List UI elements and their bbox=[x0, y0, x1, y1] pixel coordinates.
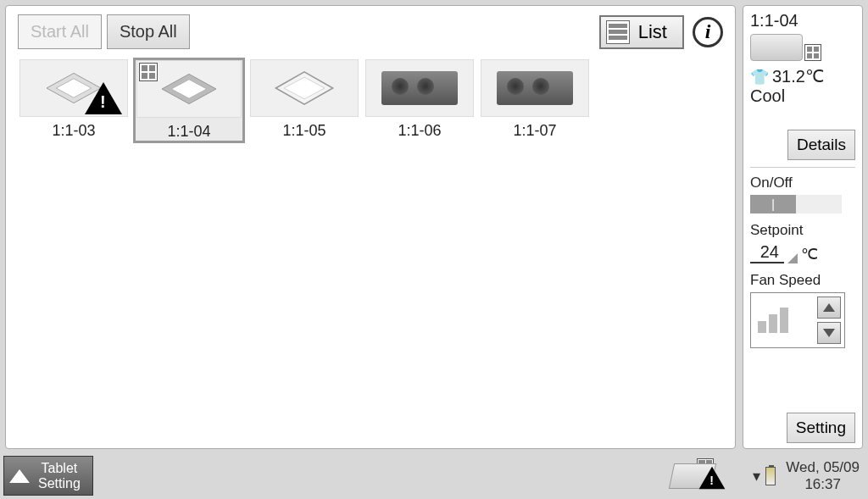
unit-label: 1:1-03 bbox=[19, 122, 128, 140]
setpoint-value: 24 bbox=[750, 242, 784, 263]
unit-label: 1:1-05 bbox=[250, 122, 359, 140]
unit-label: 1:1-04 bbox=[136, 123, 242, 141]
unit-thumb bbox=[250, 59, 359, 117]
unit-tile[interactable]: 1:1-05 bbox=[248, 58, 360, 143]
setpoint-stepper-icon bbox=[787, 253, 798, 263]
duct-icon bbox=[381, 71, 458, 105]
unit-label: 1:1-06 bbox=[365, 122, 474, 140]
setpoint-unit: ℃ bbox=[801, 245, 818, 263]
info-icon[interactable]: i bbox=[693, 17, 723, 47]
fan-speed-control bbox=[750, 292, 845, 348]
onoff-toggle[interactable]: | bbox=[750, 195, 842, 213]
unit-thumb bbox=[365, 59, 474, 117]
fan-speed-label: Fan Speed bbox=[750, 272, 855, 289]
unit-tile[interactable]: 1:1-04 bbox=[133, 58, 245, 143]
unit-label: 1:1-07 bbox=[481, 122, 589, 140]
setpoint-label: Setpoint bbox=[750, 222, 855, 239]
battery-icon bbox=[765, 467, 776, 485]
warning-icon bbox=[85, 82, 122, 114]
chevron-down-icon bbox=[823, 329, 835, 337]
unit-tile[interactable]: 1:1-03 bbox=[18, 58, 130, 143]
setting-button[interactable]: Setting bbox=[787, 413, 855, 443]
tablet-setting-label-1: Tablet bbox=[38, 461, 81, 476]
detail-panel: 1:1-04 👕31.2℃ Cool Details On/Off | Setp… bbox=[743, 5, 863, 449]
datetime: Wed, 05/09 16:37 bbox=[786, 459, 860, 492]
grid-badge-icon bbox=[139, 63, 158, 81]
start-all-button[interactable]: Start All bbox=[18, 14, 102, 49]
grid-badge-icon bbox=[804, 44, 821, 61]
onoff-label: On/Off bbox=[750, 175, 855, 191]
unit-thumb bbox=[19, 59, 128, 117]
wifi-icon: ▾ bbox=[753, 467, 760, 485]
room-temp-row: 👕31.2℃ bbox=[750, 66, 855, 86]
unit-thumb bbox=[481, 59, 589, 117]
bottom-bar: Tablet Setting ▾ Wed, 05/09 16:37 bbox=[0, 452, 868, 499]
duct-icon bbox=[497, 71, 573, 105]
setpoint-control[interactable]: 24 ℃ bbox=[750, 242, 855, 263]
shirt-icon: 👕 bbox=[750, 69, 769, 86]
cassette-icon bbox=[750, 34, 803, 61]
chevron-up-icon bbox=[823, 303, 835, 312]
toolbar: Start All Stop All List i bbox=[6, 6, 735, 49]
mode-value: Cool bbox=[750, 86, 855, 106]
main-panel: Start All Stop All List i 1:1-031:1-041:… bbox=[5, 5, 736, 449]
unit-tile[interactable]: 1:1-07 bbox=[479, 58, 591, 143]
arrow-up-icon bbox=[9, 469, 30, 483]
fan-speed-up-button[interactable] bbox=[817, 297, 841, 319]
tablet-setting-button[interactable]: Tablet Setting bbox=[3, 456, 93, 496]
time-text: 16:37 bbox=[786, 476, 860, 493]
tablet-setting-label-2: Setting bbox=[38, 476, 81, 491]
unit-grid: 1:1-031:1-041:1-051:1-061:1-07 bbox=[6, 49, 735, 152]
details-button[interactable]: Details bbox=[787, 130, 855, 160]
date-text: Wed, 05/09 bbox=[786, 459, 860, 476]
selected-unit-name: 1:1-04 bbox=[750, 11, 855, 30]
stop-all-button[interactable]: Stop All bbox=[107, 14, 190, 49]
list-icon bbox=[606, 20, 630, 44]
unit-tile[interactable]: 1:1-06 bbox=[364, 58, 476, 143]
fan-speed-down-button[interactable] bbox=[817, 322, 841, 344]
status-alert-icon[interactable] bbox=[671, 458, 731, 494]
selected-unit-thumb bbox=[750, 34, 855, 61]
list-view-label: List bbox=[638, 21, 667, 43]
unit-thumb bbox=[136, 60, 242, 118]
room-temp-value: 31.2℃ bbox=[772, 67, 824, 86]
onoff-thumb: | bbox=[750, 195, 796, 213]
list-view-button[interactable]: List bbox=[599, 15, 684, 49]
fan-bars-icon bbox=[758, 308, 788, 333]
